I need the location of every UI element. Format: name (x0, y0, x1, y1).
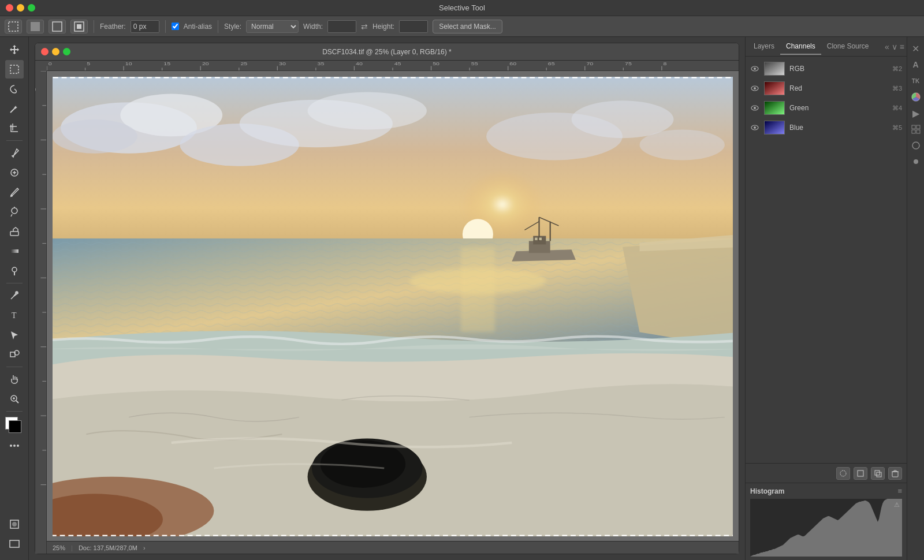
zoom-level: 25% (53, 544, 65, 551)
tool-option-2[interactable] (49, 20, 66, 33)
svg-point-11 (12, 208, 17, 214)
eyedropper-tool[interactable] (5, 144, 24, 162)
tool-option-1[interactable] (27, 20, 44, 33)
status-arrow[interactable]: › (143, 544, 146, 551)
channel-delete-btn[interactable] (888, 467, 902, 480)
channel-selection-btn[interactable] (836, 467, 850, 480)
channel-eye-blue[interactable] (750, 123, 759, 132)
marquee-tool-icon[interactable] (5, 20, 22, 33)
shape-tool[interactable] (5, 345, 24, 364)
svg-text:70: 70 (586, 62, 593, 66)
svg-rect-104 (531, 238, 533, 240)
far-right-circle[interactable] (909, 139, 923, 152)
tools-panel: T (0, 37, 29, 560)
svg-point-120 (754, 107, 756, 109)
svg-point-10 (10, 195, 13, 197)
tool-separator-4 (6, 411, 23, 412)
channel-thumb-rgb (764, 62, 785, 76)
spot-heal-tool[interactable] (5, 163, 24, 182)
far-right-close[interactable]: ✕ (909, 42, 923, 55)
zoom-tool[interactable] (5, 390, 24, 408)
toolbar: Feather: Anti-alias Style: Normal Fixed … (0, 16, 924, 37)
tool-separator-1 (6, 140, 23, 141)
svg-point-123 (754, 126, 756, 129)
svg-rect-136 (912, 125, 915, 129)
height-input[interactable] (399, 20, 428, 33)
toolbar-divider-1 (94, 20, 94, 33)
tool-separator-2 (6, 283, 23, 283)
right-panel: Layers Channels Clone Source « ∨ ≡ RGB ⌘… (745, 37, 907, 560)
lasso-tool[interactable] (5, 80, 24, 98)
svg-point-87 (53, 120, 137, 154)
panel-collapse-icon[interactable]: « (885, 42, 889, 51)
document-titlebar: DSCF1034.tif @ 25% (Layer 0, RGB/16) * (35, 43, 739, 61)
minimize-button[interactable] (17, 4, 24, 12)
far-right-play[interactable]: ▶ (909, 106, 923, 120)
pen-tool[interactable] (5, 286, 24, 305)
close-button[interactable] (6, 4, 13, 12)
marquee-tool[interactable] (5, 60, 24, 79)
swap-icon[interactable]: ⇄ (361, 22, 368, 31)
foreground-color[interactable] (9, 420, 21, 433)
anti-alias-checkbox[interactable] (172, 23, 179, 30)
tab-clone-source[interactable]: Clone Source (821, 39, 875, 55)
far-right-color-wheel[interactable] (909, 90, 923, 104)
more-tools[interactable] (5, 436, 24, 455)
panel-chevron-icon[interactable]: ∨ (892, 42, 897, 51)
channel-row-green[interactable]: Green ⌘4 (746, 98, 907, 118)
svg-point-114 (754, 68, 756, 70)
tab-layers[interactable]: Layers (748, 39, 780, 55)
channel-mask-btn[interactable] (854, 467, 867, 480)
channel-thumb-blue (764, 121, 785, 135)
width-label: Width: (303, 23, 323, 31)
move-tool[interactable] (5, 40, 24, 59)
svg-rect-129 (892, 472, 898, 477)
far-right-text-a[interactable]: A (909, 58, 923, 72)
color-swatches[interactable] (5, 417, 24, 435)
channel-eye-green[interactable] (750, 103, 759, 113)
path-select-tool[interactable] (5, 326, 24, 344)
gradient-tool[interactable] (5, 242, 24, 260)
far-right-grid[interactable] (909, 122, 923, 136)
tool-option-3[interactable] (70, 20, 88, 33)
maximize-button[interactable] (28, 4, 35, 12)
document-window: DSCF1034.tif @ 25% (Layer 0, RGB/16) * 0 (35, 43, 739, 554)
doc-minimize-button[interactable] (52, 48, 59, 55)
histogram-menu-icon[interactable]: ≡ (897, 487, 902, 495)
doc-close-button[interactable] (41, 48, 49, 55)
channel-eye-red[interactable] (750, 84, 759, 93)
hand-tool[interactable] (5, 370, 24, 389)
channel-row-rgb[interactable]: RGB ⌘2 (746, 59, 907, 79)
tab-channels[interactable]: Channels (780, 39, 821, 55)
select-mask-button[interactable]: Select and Mask... (433, 20, 502, 33)
channel-row-blue[interactable]: Blue ⌘5 (746, 118, 907, 137)
doc-maximize-button[interactable] (63, 48, 70, 55)
style-select[interactable]: Normal Fixed Ratio Fixed Size (246, 20, 299, 33)
wand-tool[interactable] (5, 99, 24, 118)
crop-tool[interactable] (5, 119, 24, 137)
dodge-tool[interactable] (5, 262, 24, 280)
width-input[interactable] (327, 20, 356, 33)
channel-row-red[interactable]: Red ⌘3 (746, 79, 907, 98)
main-area: T (0, 37, 924, 560)
ruler-row: 0 5 10 15 20 25 (35, 61, 739, 71)
far-right-tk[interactable]: TK (909, 74, 923, 88)
clone-stamp-tool[interactable] (5, 203, 24, 221)
panel-menu-icon[interactable]: ≡ (900, 42, 904, 51)
text-tool[interactable]: T (5, 306, 24, 324)
eraser-tool[interactable] (5, 222, 24, 241)
brush-tool[interactable] (5, 183, 24, 201)
screen-mode[interactable] (5, 535, 24, 553)
quick-mask-tool[interactable] (5, 515, 24, 533)
channel-name-green: Green (789, 104, 888, 112)
feather-input[interactable] (131, 20, 159, 33)
svg-rect-128 (877, 472, 881, 477)
svg-text:35: 35 (318, 62, 325, 66)
canvas-content[interactable]: 25% | Doc: 137,5M/287,0M › (47, 71, 739, 554)
channel-thumb-red (764, 81, 785, 95)
svg-rect-13 (10, 232, 18, 236)
far-right-dot[interactable] (909, 155, 923, 169)
channel-eye-rgb[interactable] (750, 64, 759, 73)
channel-new-btn[interactable] (871, 467, 885, 480)
svg-text:15: 15 (163, 62, 170, 66)
